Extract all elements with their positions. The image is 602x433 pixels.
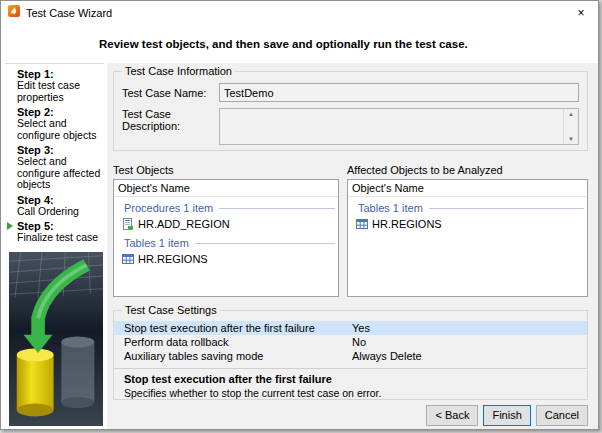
scroll-down-icon[interactable]: ▼ bbox=[568, 136, 574, 142]
list-item-hr-regions[interactable]: HR.REGIONS bbox=[114, 250, 338, 267]
sidebar-step-2: Step 2: Select and configure objects bbox=[17, 106, 104, 141]
group-divider-line bbox=[195, 243, 335, 244]
affected-objects-panel: Affected Objects to be Analyzed Object's… bbox=[347, 164, 588, 297]
list-item-hr-add-region[interactable]: HR.ADD_REGION bbox=[114, 215, 338, 232]
footer: < Back Finish Cancel bbox=[107, 400, 598, 429]
group-title-test-case-settings: Test Case Settings bbox=[122, 304, 220, 316]
test-case-name-input[interactable] bbox=[219, 83, 579, 102]
list-group-tables[interactable]: Tables 1 item bbox=[114, 235, 338, 250]
step-label: Step 5: bbox=[17, 220, 54, 232]
settings-grid: Stop test execution after the first fail… bbox=[114, 321, 587, 363]
test-case-wizard-window: Test Case Wizard × Review test objects, … bbox=[0, 0, 599, 430]
test-case-name-label: Test Case Name: bbox=[122, 87, 219, 99]
steps-list: Step 1: Edit test case properties Step 2… bbox=[5, 63, 104, 247]
window-title: Test Case Wizard bbox=[26, 7, 564, 19]
settings-row-data-rollback[interactable]: Perform data rollback No bbox=[114, 335, 587, 349]
test-case-information-group: Test Case Information Test Case Name: Te… bbox=[113, 71, 588, 151]
sidebar-step-5: Step 5: Finalize test case bbox=[17, 220, 104, 244]
wizard-graphic bbox=[9, 252, 103, 427]
test-case-description-input[interactable] bbox=[220, 109, 563, 144]
setting-description-pane: Stop test execution after the first fail… bbox=[114, 368, 587, 399]
group-title-test-case-information: Test Case Information bbox=[122, 65, 235, 77]
list-group-tables[interactable]: Tables 1 item bbox=[348, 200, 587, 215]
current-step-arrow-icon bbox=[7, 222, 13, 230]
column-header-objects-name[interactable]: Object's Name bbox=[114, 180, 338, 197]
sidebar-step-4: Step 4: Call Ordering bbox=[17, 194, 104, 218]
list-group-procedures[interactable]: Procedures 1 item bbox=[114, 200, 338, 215]
description-scrollbar[interactable]: ▲ ▼ bbox=[563, 109, 578, 144]
wizard-steps-sidebar: Step 1: Edit test case properties Step 2… bbox=[1, 63, 107, 429]
test-case-settings-group: Test Case Settings Stop test execution a… bbox=[113, 310, 588, 400]
table-icon bbox=[356, 218, 368, 230]
close-button[interactable]: × bbox=[564, 1, 598, 24]
sidebar-step-1: Step 1: Edit test case properties bbox=[17, 68, 104, 103]
group-divider-line bbox=[219, 208, 335, 209]
test-objects-list: Object's Name Procedures 1 item bbox=[113, 179, 339, 297]
test-case-description-box: ▲ ▼ bbox=[219, 108, 579, 145]
settings-row-aux-tables[interactable]: Auxiliary tables saving mode Always Dele… bbox=[114, 349, 587, 363]
list-item-hr-regions[interactable]: HR.REGIONS bbox=[348, 215, 587, 232]
procedure-icon bbox=[122, 218, 134, 230]
setting-description-title: Stop test execution after the first fail… bbox=[124, 373, 577, 385]
affected-objects-list: Object's Name Tables 1 item bbox=[347, 179, 588, 297]
finish-button[interactable]: Finish bbox=[483, 405, 530, 426]
titlebar: Test Case Wizard × bbox=[1, 1, 598, 24]
wizard-header: Review test objects, and then save and o… bbox=[1, 24, 598, 63]
test-objects-panel: Test Objects Object's Name Procedures 1 … bbox=[113, 164, 339, 297]
page-title: Review test objects, and then save and o… bbox=[99, 38, 468, 50]
table-icon bbox=[122, 253, 134, 265]
test-case-description-label: Test Case Description: bbox=[122, 108, 219, 132]
settings-row-stop-on-failure[interactable]: Stop test execution after the first fail… bbox=[114, 321, 587, 335]
cancel-button[interactable]: Cancel bbox=[536, 405, 588, 426]
sidebar-step-3: Step 3: Select and configure affected ob… bbox=[17, 144, 104, 191]
app-icon bbox=[7, 4, 21, 22]
test-objects-title: Test Objects bbox=[113, 164, 339, 176]
affected-objects-title: Affected Objects to be Analyzed bbox=[347, 164, 588, 176]
scroll-up-icon[interactable]: ▲ bbox=[568, 111, 574, 117]
back-button[interactable]: < Back bbox=[426, 405, 478, 426]
setting-description-text: Specifies whether to stop the current te… bbox=[124, 387, 577, 399]
column-header-objects-name[interactable]: Object's Name bbox=[348, 180, 587, 197]
group-divider-line bbox=[429, 208, 584, 209]
